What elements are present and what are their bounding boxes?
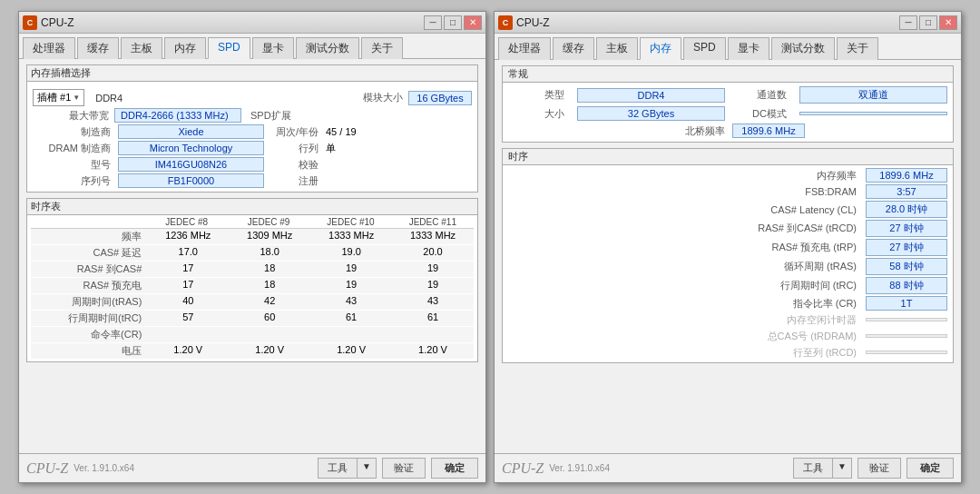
tab-memory-1[interactable]: 内存 [164, 37, 206, 59]
timing-cell: 18 [229, 262, 310, 277]
tab-processor-1[interactable]: 处理器 [23, 37, 75, 59]
module-size-value: 16 GBytes [408, 91, 472, 105]
timing-cell: 61 [392, 311, 474, 326]
idle-timer-value [866, 318, 947, 321]
tab-spd-1[interactable]: SPD [208, 37, 250, 59]
rank-value: 单 [326, 142, 472, 155]
serial-label: 序列号 [33, 174, 114, 188]
tab-cache-1[interactable]: 缓存 [77, 37, 119, 59]
timing-row-label: 命令率(CR) [31, 327, 147, 342]
week-year-label: 周次/年份 [268, 125, 322, 139]
tab-about-2[interactable]: 关于 [837, 37, 878, 60]
mem-freq-label: 内存频率 [508, 169, 866, 183]
tab-spd-2[interactable]: SPD [683, 37, 726, 60]
timing-cell: 19 [310, 278, 392, 293]
timing-cell: 43 [392, 294, 474, 310]
dropdown-arrow-icon: ▼ [73, 94, 80, 102]
timing-row-label: 频率 [31, 229, 147, 244]
type-value: DDR4 [577, 88, 725, 103]
tools-arrow-button-1[interactable]: ▼ [357, 458, 377, 479]
tab-about-1[interactable]: 关于 [361, 37, 403, 59]
dc-value [799, 112, 947, 115]
timing-row: 命令率(CR) [31, 327, 474, 342]
tab-benchmark-1[interactable]: 测试分数 [296, 37, 359, 59]
window-spd: C CPU-Z ─ □ ✕ 处理器 缓存 主板 内存 SPD 显卡 测试分数 关… [18, 11, 486, 483]
tab-motherboard-2[interactable]: 主板 [596, 37, 638, 60]
tools-button-2[interactable]: 工具 [793, 458, 832, 479]
timing-cell [310, 327, 392, 342]
bandwidth-label: 最大带宽 [33, 109, 114, 123]
bandwidth-row: 最大带宽 DDR4-2666 (1333 MHz) SPD扩展 [33, 108, 472, 123]
checksum-label: 校验 [268, 158, 322, 172]
tab-cache-2[interactable]: 缓存 [553, 37, 594, 60]
close-button-2[interactable]: ✕ [939, 15, 957, 30]
total-cas-row: 总CAS号 (tRDRAM) [503, 328, 953, 344]
confirm-button-2[interactable]: 确定 [906, 458, 954, 479]
timing-row: 电压1.20 V1.20 V1.20 V1.20 V [31, 343, 474, 359]
timing-cell: 20.0 [392, 245, 474, 261]
tools-arrow-button-2[interactable]: ▼ [832, 458, 852, 479]
cas-value: 28.0 时钟 [866, 201, 947, 218]
timing-row: CAS# 延迟17.018.019.020.0 [31, 245, 474, 261]
slot-section: 内存插槽选择 插槽 #1 ▼ DDR4 模块大小 16 GBytes 最大带宽 … [26, 64, 478, 193]
cas-row: CAS# Latency (CL) 28.0 时钟 [503, 200, 953, 219]
general-section: 常规 类型 DDR4 通道数 双通道 大小 32 GBytes DC模式 北桥频… [502, 65, 954, 143]
nb-freq-value: 1899.6 MHz [732, 124, 805, 138]
timing-row-label: RAS# 到CAS# [31, 262, 147, 277]
jedec8-header: JEDEC #8 [146, 217, 228, 229]
verify-button-2[interactable]: 验证 [858, 458, 901, 479]
tras-row: 循环周期 (tRAS) 58 时钟 [503, 257, 953, 276]
maximize-button-1[interactable]: □ [444, 15, 462, 30]
ras-pre-label: RAS# 预充电 (tRP) [508, 241, 866, 254]
size-value: 32 GBytes [577, 106, 725, 121]
footer-logo-2: CPU-Z [502, 460, 544, 477]
slot-dropdown[interactable]: 插槽 #1 ▼ [33, 89, 84, 106]
timings-section: 时序表 JEDEC #8 JEDEC #9 JEDEC #10 JEDEC #1… [26, 198, 478, 362]
timing-cell: 1309 MHz [229, 229, 310, 244]
cr-row: 指令比率 (CR) 1T [503, 295, 953, 311]
confirm-button-1[interactable]: 确定 [431, 458, 478, 479]
timing-row-label: 行周期时间(tRC) [31, 311, 147, 326]
timing-row: 周期时间(tRAS)40424343 [31, 294, 474, 310]
general-title: 常规 [503, 66, 953, 83]
tab-benchmark-2[interactable]: 测试分数 [771, 37, 835, 60]
bandwidth-value: DDR4-2666 (1333 MHz) [114, 108, 241, 123]
minimize-button-1[interactable]: ─ [424, 15, 442, 30]
timing-cell: 61 [310, 311, 392, 326]
info-grid: 制造商 Xiede 周次/年份 45 / 19 DRAM 制造商 Micron … [33, 124, 472, 188]
timing-cell: 1.20 V [310, 343, 392, 359]
model-label: 型号 [33, 158, 114, 172]
timing-row: RAS# 预充电17181919 [31, 278, 474, 293]
timing-cell: 43 [310, 294, 392, 310]
timing-cell: 1333 MHz [310, 229, 392, 244]
verify-button-1[interactable]: 验证 [382, 458, 426, 479]
tools-btn-group-1: 工具 ▼ [318, 458, 377, 479]
footer-2: CPU-Z Ver. 1.91.0.x64 工具 ▼ 验证 确定 [495, 453, 961, 482]
timing-row: 行周期时间(tRC)57606161 [31, 311, 474, 326]
timings-section-2: 时序 内存频率 1899.6 MHz FSB:DRAM 3:57 CAS# La… [502, 148, 954, 363]
timing-row-label: CAS# 延迟 [31, 245, 147, 261]
footer-logo-1: CPU-Z [26, 460, 68, 477]
dram-mfr-label: DRAM 制造商 [33, 142, 114, 155]
type-label: 类型 [508, 88, 572, 102]
tras-label: 循环周期 (tRAS) [508, 260, 866, 273]
tab-processor-2[interactable]: 处理器 [498, 37, 551, 60]
tools-button-1[interactable]: 工具 [318, 458, 357, 479]
slot-section-title: 内存插槽选择 [27, 65, 477, 82]
ras-cas-value: 27 时钟 [866, 220, 947, 237]
title-controls-1: ─ □ ✕ [424, 15, 482, 30]
close-button-1[interactable]: ✕ [464, 15, 482, 30]
timing-cell [147, 327, 229, 342]
maximize-button-2[interactable]: □ [919, 15, 937, 30]
dc-label: DC模式 [730, 107, 794, 121]
tab-gpu-2[interactable]: 显卡 [728, 37, 769, 60]
timing-cell: 19 [392, 278, 474, 293]
tab-motherboard-1[interactable]: 主板 [121, 37, 162, 59]
general-grid: 类型 DDR4 通道数 双通道 大小 32 GBytes DC模式 [508, 86, 947, 121]
tab-gpu-1[interactable]: 显卡 [252, 37, 294, 59]
tab-memory-2[interactable]: 内存 [640, 37, 681, 60]
app-icon-2: C [498, 15, 513, 30]
fsb-value: 3:57 [866, 184, 947, 199]
minimize-button-2[interactable]: ─ [899, 15, 917, 30]
memory-content: 常规 类型 DDR4 通道数 双通道 大小 32 GBytes DC模式 北桥频… [495, 60, 961, 453]
